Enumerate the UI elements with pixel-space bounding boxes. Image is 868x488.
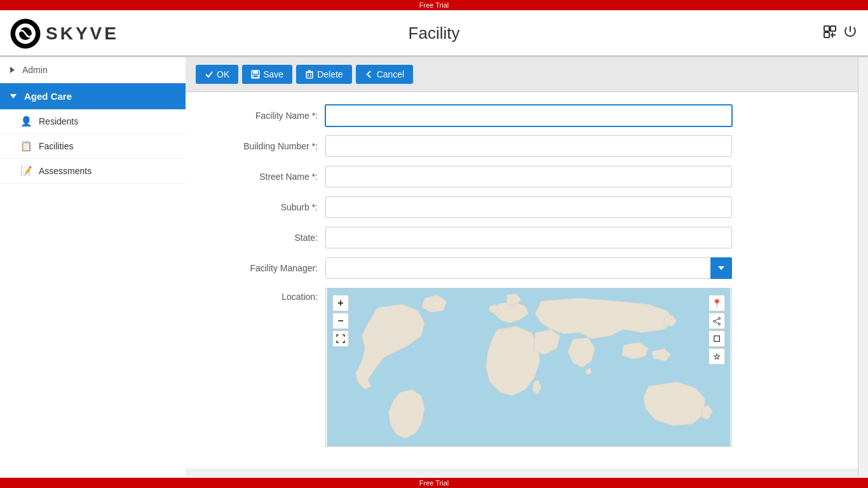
facility-name-row: Facility Name *: — [186, 105, 858, 126]
sidebar-admin-label: Admin — [22, 65, 48, 75]
sidebar-assessments-label: Assessments — [39, 166, 92, 176]
svg-point-15 — [718, 317, 720, 319]
svg-rect-4 — [831, 26, 836, 31]
map-controls-left: + − — [332, 295, 349, 347]
power-icon-button[interactable] — [843, 24, 858, 43]
facility-manager-input[interactable] — [325, 257, 710, 279]
logo-text: SKYVE — [46, 24, 119, 44]
grid-icon — [20, 140, 32, 152]
location-label: Location: — [198, 288, 325, 302]
facility-name-input[interactable] — [325, 105, 732, 126]
share-icon — [713, 317, 721, 325]
svg-point-17 — [713, 320, 715, 322]
layers-button[interactable]: ☐ — [709, 330, 725, 347]
sidebar-residents-label: Residents — [39, 116, 78, 126]
suburb-input[interactable] — [325, 196, 732, 218]
fullscreen-icon — [336, 334, 345, 343]
zoom-out-button[interactable]: − — [332, 313, 349, 329]
building-number-input[interactable] — [325, 135, 732, 157]
sidebar-item-residents[interactable]: Residents — [0, 109, 186, 134]
svg-rect-7 — [253, 71, 258, 74]
world-map-svg — [326, 288, 731, 446]
save-button[interactable]: Save — [242, 65, 292, 84]
state-label: State: — [198, 233, 325, 243]
suburb-label: Suburb *: — [198, 202, 325, 212]
facility-manager-dropdown — [325, 257, 732, 279]
clipboard-icon — [20, 165, 32, 177]
sidebar-item-facilities[interactable]: Facilities — [0, 134, 186, 159]
sidebar-aged-care-label: Aged Care — [24, 91, 72, 102]
form-area: Facility Name *: Building Number *: Stre… — [186, 92, 858, 468]
check-icon — [205, 70, 214, 79]
share-button[interactable] — [709, 313, 725, 329]
street-name-input[interactable] — [325, 166, 732, 187]
sidebar-facilities-label: Facilities — [39, 141, 73, 151]
logo-icon — [10, 18, 41, 49]
svg-rect-9 — [306, 72, 313, 78]
state-input[interactable] — [325, 227, 732, 248]
street-name-row: Street Name *: — [186, 166, 858, 187]
cancel-button[interactable]: Cancel — [356, 65, 414, 84]
facility-manager-dropdown-button[interactable] — [710, 257, 732, 279]
main-content: OK Save — [186, 57, 858, 477]
toolbar: OK Save — [186, 57, 858, 92]
person-icon — [20, 116, 32, 127]
star-button[interactable]: ☆ — [709, 348, 725, 365]
suburb-row: Suburb *: — [186, 196, 858, 218]
building-number-label: Building Number *: — [198, 141, 325, 151]
chevron-down-icon — [10, 94, 17, 98]
switch-icon-button[interactable] — [822, 24, 837, 43]
svg-rect-8 — [253, 75, 258, 78]
back-icon — [365, 70, 374, 79]
sidebar-item-admin[interactable]: Admin — [0, 57, 186, 83]
chevron-right-icon — [10, 67, 15, 73]
location-row: Location: — [186, 288, 858, 447]
svg-line-18 — [715, 319, 718, 321]
zoom-in-button[interactable]: + — [332, 295, 349, 311]
svg-point-16 — [718, 323, 720, 325]
state-row: State: — [186, 227, 858, 248]
header-actions — [822, 24, 858, 43]
scrollbar[interactable] — [858, 57, 868, 477]
sidebar: Admin Aged Care Residents Facilities Ass… — [0, 57, 186, 477]
pin-button[interactable]: 📍 — [709, 295, 725, 311]
delete-button[interactable]: Delete — [296, 65, 351, 84]
save-icon — [251, 70, 260, 79]
free-trial-top-banner: Free Trial — [0, 0, 868, 10]
delete-icon — [305, 70, 314, 79]
facility-manager-label: Facility Manager: — [198, 263, 325, 273]
sidebar-section-aged-care[interactable]: Aged Care — [0, 83, 186, 109]
logo: SKYVE — [10, 18, 119, 49]
chevron-down-icon — [718, 266, 724, 270]
free-trial-bottom-banner: Free Trial — [0, 478, 868, 488]
facility-name-label: Facility Name *: — [198, 111, 325, 121]
svg-line-19 — [715, 322, 718, 323]
svg-rect-5 — [824, 32, 829, 37]
svg-rect-3 — [824, 26, 829, 31]
sidebar-item-assessments[interactable]: Assessments — [0, 159, 186, 184]
header: SKYVE Facility — [0, 11, 868, 57]
map-container[interactable]: + − — [325, 288, 732, 447]
page-title: Facility — [409, 24, 460, 43]
ok-button[interactable]: OK — [196, 65, 238, 84]
building-number-row: Building Number *: — [186, 135, 858, 157]
map-controls-right: 📍 ☐ ☆ — [709, 295, 725, 365]
facility-manager-row: Facility Manager: — [186, 257, 858, 279]
street-name-label: Street Name *: — [198, 172, 325, 182]
fullscreen-button[interactable] — [332, 330, 349, 347]
